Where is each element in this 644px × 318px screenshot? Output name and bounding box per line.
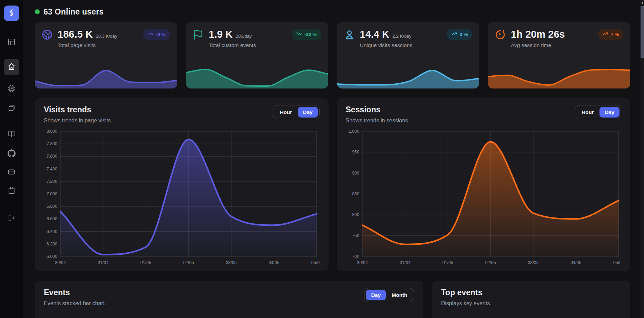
stat-label: Unique visits sessions	[360, 42, 412, 48]
chart-title: Sessions	[346, 105, 410, 114]
sidebar-item-ai[interactable]: AI	[4, 82, 19, 96]
globe-icon	[42, 29, 52, 40]
trending-up-icon	[603, 31, 608, 38]
trend-badge: 3 %	[447, 29, 472, 40]
trending-down-icon	[296, 31, 302, 38]
scroll-up-arrow-icon[interactable]: ▲	[641, 0, 644, 5]
svg-text:700: 700	[352, 254, 359, 259]
svg-text:04/05: 04/05	[570, 260, 581, 265]
trend-badge-text: -32 %	[304, 32, 316, 37]
svg-text:7.600: 7.600	[47, 154, 57, 159]
logout-icon	[8, 214, 16, 223]
home-icon	[8, 63, 16, 72]
svg-text:6.400: 6.400	[47, 229, 57, 234]
page-title: 63 Online users	[43, 7, 104, 17]
stat-card-page-visits: 186.5 K 28.3 K/day Total page visits -0 …	[35, 22, 177, 88]
sidebar: AI	[0, 0, 23, 318]
top-events-title: Top events	[441, 288, 621, 297]
toggle-day-button[interactable]: Day	[298, 107, 318, 118]
user-icon	[344, 29, 355, 40]
svg-text:31/04: 31/04	[98, 260, 108, 265]
events-title: Events	[44, 288, 106, 297]
toggle-hour-button[interactable]: Hour	[576, 107, 599, 118]
svg-text:1.000: 1.000	[348, 129, 359, 134]
svg-text:6.200: 6.200	[47, 242, 57, 246]
app-root: AI	[0, 0, 644, 318]
scrollbar-thumb[interactable]	[641, 6, 644, 58]
chart-subtitle: Shows trends in page visits.	[44, 118, 112, 124]
svg-text:05/05: 05/05	[311, 260, 320, 265]
svg-text:950: 950	[352, 150, 359, 155]
top-events-card: Top events Displays key events.	[432, 281, 630, 318]
sidebar-item-dashboard[interactable]	[4, 35, 19, 50]
stat-label: Total page visits	[58, 42, 117, 48]
svg-text:7.400: 7.400	[47, 167, 57, 171]
hour-day-toggle: Hour Day	[575, 105, 621, 119]
svg-text:02/05: 02/05	[485, 260, 496, 265]
svg-text:03/05: 03/05	[528, 260, 538, 265]
svg-text:30/04: 30/04	[55, 260, 66, 265]
sidebar-item-logout[interactable]	[4, 211, 19, 226]
sidebar-item-billing[interactable]	[4, 165, 19, 180]
toggle-month-button[interactable]: Month	[387, 290, 412, 300]
sparkline-unique-sessions	[337, 66, 479, 88]
stat-value: 14.4 K	[360, 29, 389, 40]
stat-card-row: 186.5 K 28.3 K/day Total page visits -0 …	[35, 22, 630, 88]
hour-day-toggle: Hour Day	[273, 105, 320, 119]
stat-per-day: 28.3 K/day	[96, 34, 117, 39]
sidebar-item-calendar[interactable]	[4, 184, 19, 198]
online-status-dot	[35, 9, 40, 14]
events-card: Events Events stacked bar chart. Day Mon…	[35, 281, 423, 318]
chart-title: Visits trends	[44, 105, 112, 114]
svg-text:04/05: 04/05	[269, 260, 279, 265]
top-events-subtitle: Displays key events.	[441, 300, 621, 307]
stat-per-day: 286/day	[236, 34, 252, 39]
wallet-icon	[8, 168, 16, 177]
ai-chip-icon: AI	[8, 84, 16, 94]
stat-value: 186.5 K	[58, 29, 93, 40]
events-subtitle: Events stacked bar chart.	[44, 300, 106, 307]
stat-value: 1.9 K	[209, 29, 233, 40]
sidebar-item-pages[interactable]	[4, 101, 19, 115]
sidebar-item-docs[interactable]	[4, 127, 19, 142]
svg-text:7.800: 7.800	[47, 141, 57, 146]
sessions-card: Sessions Shows trends in sessions. Hour …	[337, 98, 631, 271]
stat-card-custom-events: 1.9 K 286/day Total custom events -32 %	[186, 22, 328, 88]
svg-text:6.800: 6.800	[47, 204, 57, 209]
main-content: 63 Online users	[23, 0, 641, 318]
svg-text:31/04: 31/04	[400, 260, 410, 265]
toggle-day-button[interactable]: Day	[599, 107, 619, 118]
svg-text:7.000: 7.000	[47, 191, 57, 196]
charts-row: Visits trends Shows trends in page visit…	[35, 98, 630, 271]
trend-badge-text: -0 %	[156, 32, 166, 37]
flag-icon	[193, 29, 204, 40]
sparkline-custom-events	[186, 66, 328, 88]
trend-badge: -32 %	[292, 29, 321, 40]
stat-value: 1h 20m 26s	[511, 29, 565, 40]
vertical-scrollbar[interactable]: ▲	[641, 0, 644, 318]
svg-text:03/05: 03/05	[226, 260, 236, 265]
toggle-day-button[interactable]: Day	[366, 290, 386, 300]
github-icon	[8, 149, 16, 159]
sidebar-item-github[interactable]	[4, 147, 19, 161]
stat-label: Total custom events	[209, 42, 256, 48]
copy-pages-icon	[8, 104, 16, 113]
calendar-icon	[8, 187, 16, 196]
bottom-row: Events Events stacked bar chart. Day Mon…	[35, 281, 630, 318]
svg-text:6.000: 6.000	[47, 254, 57, 259]
svg-text:750: 750	[352, 233, 359, 238]
visits-trends-card: Visits trends Shows trends in page visit…	[35, 98, 329, 271]
day-month-toggle: Day Month	[364, 288, 414, 302]
toggle-hour-button[interactable]: Hour	[275, 107, 297, 118]
stat-label: Avg session time	[511, 42, 568, 48]
chart-subtitle: Shows trends in sessions.	[346, 118, 410, 124]
trend-badge-text: 7 %	[611, 32, 619, 37]
book-open-icon	[8, 130, 16, 139]
stat-per-day: 2.2 K/day	[392, 34, 411, 39]
svg-text:850: 850	[352, 191, 359, 196]
svg-text:AI: AI	[10, 87, 12, 90]
app-logo[interactable]	[4, 6, 19, 21]
panels-layout-icon	[8, 38, 16, 47]
sidebar-item-home[interactable]	[4, 59, 19, 75]
trend-badge: 7 %	[598, 29, 623, 40]
